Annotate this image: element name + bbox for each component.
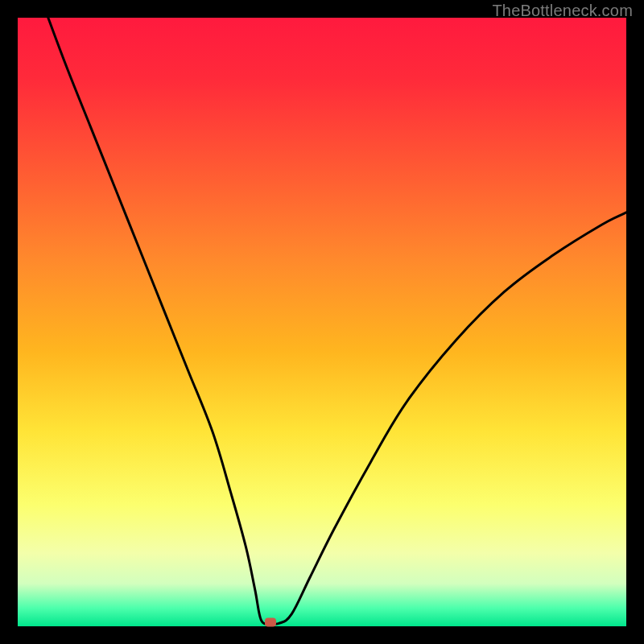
bottleneck-curve (18, 18, 626, 626)
plot-area (18, 18, 626, 626)
minimum-marker (265, 617, 276, 626)
chart-frame: TheBottleneck.com (0, 0, 644, 644)
curve-path (48, 18, 626, 624)
